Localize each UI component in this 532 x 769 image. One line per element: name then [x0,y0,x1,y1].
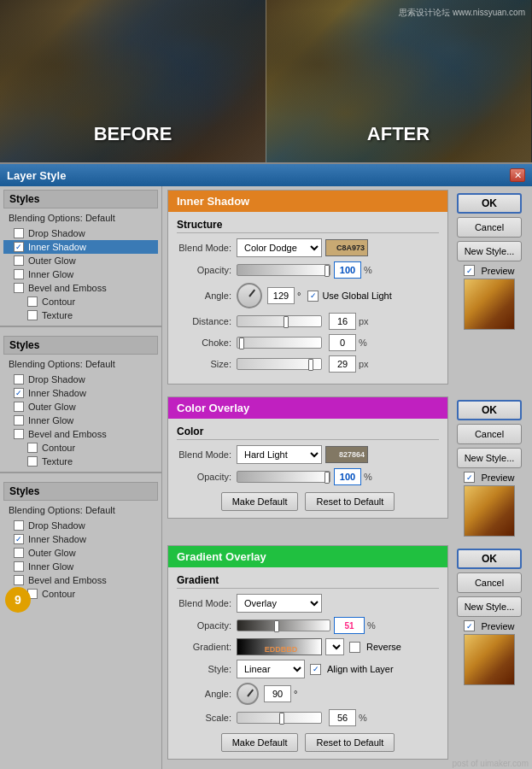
global-light-checkbox[interactable] [307,291,319,302]
before-image: BEFORE [0,0,266,162]
sidebar-item-inner-glow-1[interactable]: Inner Glow [3,267,158,281]
sidebar-item-contour-1[interactable]: Contour [3,295,158,308]
checkbox-outer-glow-2[interactable] [14,402,24,412]
style-select[interactable]: Linear [237,660,305,678]
angle-dial-1[interactable] [237,283,262,308]
watermark-text: 思索设计论坛 www.nissyuan.com [399,7,525,19]
sidebar-item-drop-shadow-3[interactable]: Drop Shadow [3,519,158,532]
checkbox-drop-shadow-2[interactable] [14,374,24,384]
preview-checkbox-3[interactable] [464,620,475,631]
opacity-value-1[interactable]: 100 [334,261,361,279]
sidebar-item-bevel-2[interactable]: Bevel and Emboss [3,427,158,441]
checkbox-outer-glow-3[interactable] [14,548,24,558]
checkbox-bevel-1[interactable] [14,283,24,293]
choke-thumb[interactable] [239,338,244,349]
reset-default-button-2[interactable]: Reset to Default [305,492,395,511]
color-swatch-2[interactable]: 827864 [325,446,368,463]
sidebar-item-outer-glow-3[interactable]: Outer Glow [3,546,158,560]
sidebar-item-texture-2[interactable]: Texture [3,455,158,468]
checkbox-inner-glow-2[interactable] [14,415,24,426]
sidebar-item-drop-shadow-1[interactable]: Drop Shadow [3,226,158,240]
checkbox-outer-glow-1[interactable] [14,255,24,266]
distance-value[interactable]: 16 [329,313,356,330]
sidebar-item-drop-shadow-2[interactable]: Drop Shadow [3,373,158,386]
make-default-button-3[interactable]: Make Default [221,733,299,752]
checkbox-inner-glow-3[interactable] [14,561,24,572]
gradient-dropdown[interactable]: ▼ [325,638,344,655]
opacity-slider-1[interactable] [237,264,330,276]
reverse-checkbox[interactable] [349,642,360,653]
opacity-value-3[interactable]: 51 [334,617,365,634]
opacity-value-2[interactable]: 100 [334,468,361,485]
sidebar-item-bevel-1[interactable]: Bevel and Emboss [3,281,158,295]
cancel-button-2[interactable]: Cancel [457,424,522,444]
sidebar-item-inner-glow-2[interactable]: Inner Glow [3,414,158,427]
sidebar-item-contour-2[interactable]: Contour [3,441,158,455]
gradient-bar[interactable] [237,638,322,655]
reset-default-button-3[interactable]: Reset to Default [305,733,395,752]
size-slider[interactable] [237,358,322,370]
sidebar-item-bevel-3[interactable]: Bevel and Emboss [3,573,158,587]
sidebar-item-inner-glow-3[interactable]: Inner Glow [3,560,158,573]
checkbox-drop-shadow-3[interactable] [14,520,24,531]
scale-slider[interactable] [237,712,322,724]
checkbox-bevel-2[interactable] [14,429,24,439]
checkbox-contour-1[interactable] [27,296,38,307]
sidebar-item-outer-glow-2[interactable]: Outer Glow [3,400,158,414]
size-value[interactable]: 29 [329,355,356,373]
blending-options-1[interactable]: Blending Options: Default [3,210,158,226]
make-default-button-2[interactable]: Make Default [221,492,299,511]
align-layer-checkbox[interactable] [310,664,321,675]
choke-value[interactable]: 0 [329,334,356,351]
scale-value[interactable]: 56 [329,709,356,726]
angle-label-3: Angle: [177,689,237,699]
distance-slider[interactable] [237,315,322,327]
close-button[interactable]: ✕ [510,168,525,182]
checkbox-drop-shadow-1[interactable] [14,228,24,238]
cancel-button-3[interactable]: Cancel [457,572,522,593]
checkbox-contour-2[interactable] [27,443,38,453]
blend-mode-select-1[interactable]: Color Dodge [237,238,322,257]
distance-thumb[interactable] [284,316,289,328]
color-swatch-1[interactable]: C8A973 [325,239,368,256]
preview-checkbox-1[interactable] [464,265,475,276]
sidebar-item-outer-glow-1[interactable]: Outer Glow [3,254,158,267]
cancel-button-1[interactable]: Cancel [457,217,522,238]
ok-button-1[interactable]: OK [457,193,522,214]
ok-button-3[interactable]: OK [457,549,522,569]
sidebar-item-inner-shadow-1[interactable]: Inner Shadow [3,240,158,254]
choke-slider[interactable] [237,337,322,349]
opacity-thumb-2[interactable] [324,472,330,484]
ok-button-2[interactable]: OK [457,400,522,420]
checkbox-bevel-3[interactable] [14,575,24,585]
blending-options-3[interactable]: Blending Options: Default [3,502,158,518]
sidebar-section-3: Styles Blending Options: Default Drop Sh… [0,478,161,618]
checkbox-inner-shadow-1[interactable] [14,242,24,252]
angle-row-1: Angle: 129 ° Use Global Light [177,283,439,308]
angle-dial-3[interactable] [237,683,259,705]
blend-mode-select-2[interactable]: Hard Light [237,445,322,464]
opacity-thumb-3[interactable] [274,620,279,632]
opacity-slider-2[interactable] [237,471,330,483]
opacity-slider-3[interactable] [237,619,330,631]
size-thumb[interactable] [308,359,313,371]
checkbox-inner-glow-1[interactable] [14,269,24,279]
checkbox-inner-shadow-2[interactable] [14,388,24,398]
new-style-button-3[interactable]: New Style... [457,596,522,617]
checkbox-inner-shadow-3[interactable] [14,534,24,544]
new-style-button-2[interactable]: New Style... [457,448,522,468]
blend-mode-select-3[interactable]: Overlay [237,594,322,613]
scale-thumb[interactable] [279,713,284,725]
opacity-thumb-1[interactable] [324,265,330,277]
sidebar-item-texture-1[interactable]: Texture [3,308,158,322]
gradient-overlay-panel: Gradient Overlay Gradient Blend Mode: Ov… [167,545,448,766]
angle-value-3[interactable]: 90 [264,685,291,702]
angle-value-1[interactable]: 129 [267,287,295,304]
sidebar-item-inner-shadow-2[interactable]: Inner Shadow [3,386,158,400]
new-style-button-1[interactable]: New Style... [457,241,522,261]
sidebar-item-inner-shadow-3[interactable]: Inner Shadow [3,532,158,546]
checkbox-texture-2[interactable] [27,456,38,467]
checkbox-texture-1[interactable] [27,310,38,320]
blending-options-2[interactable]: Blending Options: Default [3,356,158,372]
preview-checkbox-2[interactable] [464,472,475,483]
